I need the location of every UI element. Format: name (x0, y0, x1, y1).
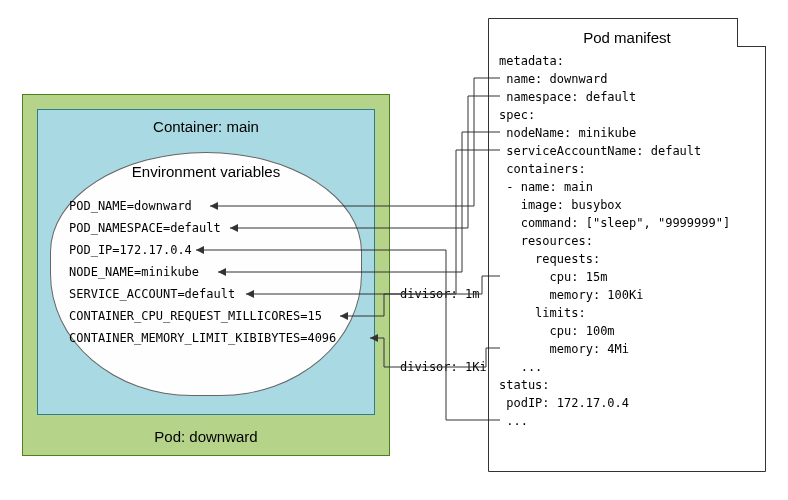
pod-label: Pod: downward (23, 428, 389, 445)
env-val: 172.17.0.4 (120, 243, 192, 257)
env-cloud-title: Environment variables (51, 163, 361, 180)
env-key: SERVICE_ACCOUNT (69, 287, 177, 301)
yaml-line: serviceAccountName: default (499, 144, 701, 158)
env-list: POD_NAME=downward POD_NAMESPACE=default … (69, 195, 343, 349)
yaml-line: spec: (499, 108, 535, 122)
yaml-line: command: ["sleep", "9999999"] (499, 216, 730, 230)
env-val: downward (134, 199, 192, 213)
yaml-line: podIP: 172.17.0.4 (499, 396, 629, 410)
env-val: default (170, 221, 221, 235)
yaml-line: nodeName: minikube (499, 126, 636, 140)
env-row: SERVICE_ACCOUNT=default (69, 283, 343, 305)
env-row: CONTAINER_MEMORY_LIMIT_KIBIBYTES=4096 (69, 327, 343, 349)
yaml-line: status: (499, 378, 550, 392)
env-val: minikube (141, 265, 199, 279)
yaml-line: ... (499, 360, 542, 374)
env-row: CONTAINER_CPU_REQUEST_MILLICORES=15 (69, 305, 343, 327)
yaml-line: - name: main (499, 180, 593, 194)
yaml-line: requests: (499, 252, 600, 266)
yaml-line: memory: 4Mi (499, 342, 629, 356)
env-row: POD_NAME=downward (69, 195, 343, 217)
env-row: NODE_NAME=minikube (69, 261, 343, 283)
yaml-line: ... (499, 414, 528, 428)
yaml-line: limits: (499, 306, 586, 320)
pod-box: Container: main Environment variables PO… (22, 94, 390, 456)
manifest-doc: Pod manifest metadata: name: downward na… (488, 18, 766, 472)
env-key: POD_NAME (69, 199, 127, 213)
env-cloud: Environment variables POD_NAME=downward … (50, 152, 362, 396)
env-val: default (185, 287, 236, 301)
container-box: Container: main Environment variables PO… (37, 109, 375, 415)
yaml-line: memory: 100Ki (499, 288, 644, 302)
env-val: 4096 (307, 331, 336, 345)
yaml-line: resources: (499, 234, 593, 248)
env-key: NODE_NAME (69, 265, 134, 279)
yaml-line: cpu: 100m (499, 324, 615, 338)
yaml-line: namespace: default (499, 90, 636, 104)
manifest-title: Pod manifest (489, 29, 765, 46)
env-row: POD_IP=172.17.0.4 (69, 239, 343, 261)
env-key: POD_NAMESPACE (69, 221, 163, 235)
yaml-line: name: downward (499, 72, 607, 86)
manifest-yaml: metadata: name: downward namespace: defa… (499, 52, 765, 430)
env-row: POD_NAMESPACE=default (69, 217, 343, 239)
container-label: Container: main (38, 118, 374, 135)
diagram-stage: Container: main Environment variables PO… (0, 0, 788, 500)
env-key: CONTAINER_MEMORY_LIMIT_KIBIBYTES (69, 331, 300, 345)
env-key: POD_IP (69, 243, 112, 257)
yaml-line: containers: (499, 162, 586, 176)
yaml-line: metadata: (499, 54, 564, 68)
divisor-cpu-label: divisor: 1m (398, 287, 481, 301)
divisor-mem-label: divisor: 1Ki (398, 360, 489, 374)
env-key: CONTAINER_CPU_REQUEST_MILLICORES (69, 309, 300, 323)
yaml-line: cpu: 15m (499, 270, 607, 284)
yaml-line: image: busybox (499, 198, 622, 212)
env-val: 15 (307, 309, 321, 323)
